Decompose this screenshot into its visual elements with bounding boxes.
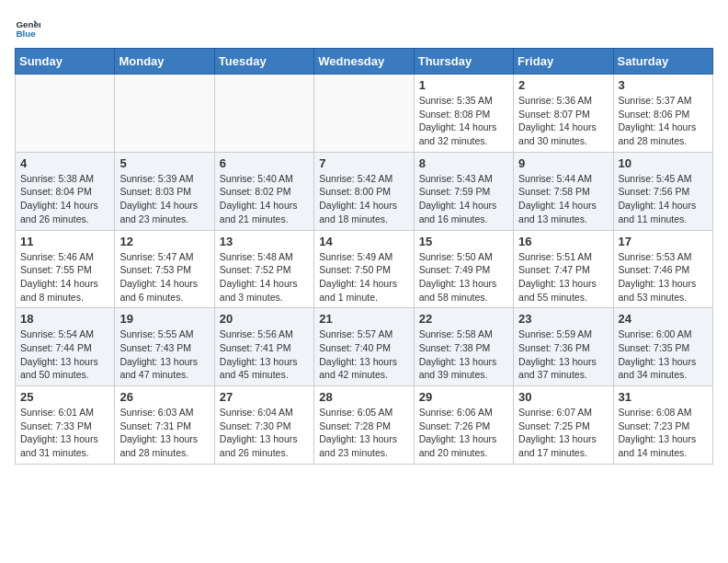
day-info: Sunrise: 6:07 AM Sunset: 7:25 PM Dayligh… bbox=[518, 406, 608, 460]
day-info: Sunrise: 5:56 AM Sunset: 7:41 PM Dayligh… bbox=[220, 327, 309, 382]
day-info: Sunrise: 5:49 AM Sunset: 7:50 PM Dayligh… bbox=[319, 250, 408, 304]
header-wednesday: Wednesday bbox=[314, 49, 414, 75]
header-saturday: Saturday bbox=[613, 49, 712, 75]
day-info: Sunrise: 5:50 AM Sunset: 7:49 PM Dayligh… bbox=[419, 250, 508, 304]
day-number: 15 bbox=[419, 235, 508, 248]
calendar-cell bbox=[16, 75, 115, 153]
day-number: 4 bbox=[20, 156, 109, 170]
week-row-2: 4Sunrise: 5:38 AM Sunset: 8:04 PM Daylig… bbox=[16, 152, 713, 230]
day-number: 25 bbox=[20, 390, 109, 404]
day-info: Sunrise: 5:42 AM Sunset: 8:00 PM Dayligh… bbox=[319, 172, 408, 226]
calendar-cell: 1Sunrise: 5:35 AM Sunset: 8:08 PM Daylig… bbox=[414, 75, 513, 153]
day-info: Sunrise: 5:51 AM Sunset: 7:47 PM Dayligh… bbox=[518, 250, 608, 304]
day-info: Sunrise: 5:44 AM Sunset: 7:58 PM Dayligh… bbox=[518, 172, 608, 226]
day-number: 31 bbox=[619, 390, 708, 404]
logo: General Blue bbox=[15, 15, 44, 40]
day-number: 8 bbox=[419, 156, 508, 170]
calendar-cell: 8Sunrise: 5:43 AM Sunset: 7:59 PM Daylig… bbox=[414, 152, 513, 230]
day-number: 9 bbox=[518, 156, 608, 170]
calendar-cell: 22Sunrise: 5:58 AM Sunset: 7:38 PM Dayli… bbox=[414, 308, 513, 386]
day-number: 13 bbox=[220, 235, 309, 248]
day-info: Sunrise: 6:01 AM Sunset: 7:33 PM Dayligh… bbox=[20, 406, 109, 460]
calendar-cell: 29Sunrise: 6:06 AM Sunset: 7:26 PM Dayli… bbox=[414, 386, 513, 465]
day-info: Sunrise: 5:58 AM Sunset: 7:38 PM Dayligh… bbox=[419, 327, 508, 382]
header-sunday: Sunday bbox=[16, 49, 115, 75]
day-info: Sunrise: 6:08 AM Sunset: 7:23 PM Dayligh… bbox=[619, 406, 708, 460]
calendar-cell: 20Sunrise: 5:56 AM Sunset: 7:41 PM Dayli… bbox=[214, 308, 313, 386]
calendar-cell: 16Sunrise: 5:51 AM Sunset: 7:47 PM Dayli… bbox=[514, 230, 613, 308]
calendar-cell: 9Sunrise: 5:44 AM Sunset: 7:58 PM Daylig… bbox=[514, 152, 613, 230]
day-number: 19 bbox=[119, 312, 209, 326]
day-number: 5 bbox=[119, 156, 209, 170]
calendar-cell: 27Sunrise: 6:04 AM Sunset: 7:30 PM Dayli… bbox=[214, 386, 313, 465]
day-number: 6 bbox=[220, 156, 309, 170]
day-info: Sunrise: 5:53 AM Sunset: 7:46 PM Dayligh… bbox=[619, 250, 708, 304]
header-thursday: Thursday bbox=[414, 49, 513, 75]
day-number: 12 bbox=[119, 235, 209, 248]
day-info: Sunrise: 6:05 AM Sunset: 7:28 PM Dayligh… bbox=[319, 406, 408, 460]
day-info: Sunrise: 5:57 AM Sunset: 7:40 PM Dayligh… bbox=[319, 327, 408, 382]
day-info: Sunrise: 5:35 AM Sunset: 8:08 PM Dayligh… bbox=[419, 94, 508, 148]
calendar-cell bbox=[115, 75, 214, 153]
logo-icon: General Blue bbox=[15, 15, 40, 40]
calendar-cell bbox=[314, 75, 414, 153]
header-friday: Friday bbox=[514, 49, 613, 75]
day-info: Sunrise: 5:37 AM Sunset: 8:06 PM Dayligh… bbox=[619, 94, 708, 148]
calendar-header-row: SundayMondayTuesdayWednesdayThursdayFrid… bbox=[16, 49, 713, 75]
day-info: Sunrise: 5:39 AM Sunset: 8:03 PM Dayligh… bbox=[119, 172, 209, 226]
calendar-table: SundayMondayTuesdayWednesdayThursdayFrid… bbox=[15, 48, 713, 465]
calendar-cell: 24Sunrise: 6:00 AM Sunset: 7:35 PM Dayli… bbox=[613, 308, 712, 386]
calendar-cell: 14Sunrise: 5:49 AM Sunset: 7:50 PM Dayli… bbox=[314, 230, 414, 308]
calendar-cell: 23Sunrise: 5:59 AM Sunset: 7:36 PM Dayli… bbox=[514, 308, 613, 386]
week-row-5: 25Sunrise: 6:01 AM Sunset: 7:33 PM Dayli… bbox=[16, 386, 713, 465]
day-info: Sunrise: 5:45 AM Sunset: 7:56 PM Dayligh… bbox=[619, 172, 708, 226]
day-number: 7 bbox=[319, 156, 408, 170]
week-row-3: 11Sunrise: 5:46 AM Sunset: 7:55 PM Dayli… bbox=[16, 230, 713, 308]
calendar-cell: 15Sunrise: 5:50 AM Sunset: 7:49 PM Dayli… bbox=[414, 230, 513, 308]
calendar-cell: 7Sunrise: 5:42 AM Sunset: 8:00 PM Daylig… bbox=[314, 152, 414, 230]
day-info: Sunrise: 5:55 AM Sunset: 7:43 PM Dayligh… bbox=[119, 327, 209, 382]
calendar-cell: 11Sunrise: 5:46 AM Sunset: 7:55 PM Dayli… bbox=[16, 230, 115, 308]
day-number: 24 bbox=[619, 312, 708, 326]
day-number: 27 bbox=[220, 390, 309, 404]
day-number: 3 bbox=[619, 78, 708, 92]
day-number: 17 bbox=[619, 235, 708, 248]
day-info: Sunrise: 5:47 AM Sunset: 7:53 PM Dayligh… bbox=[119, 250, 209, 304]
calendar-cell: 5Sunrise: 5:39 AM Sunset: 8:03 PM Daylig… bbox=[115, 152, 214, 230]
calendar-cell: 4Sunrise: 5:38 AM Sunset: 8:04 PM Daylig… bbox=[16, 152, 115, 230]
header-tuesday: Tuesday bbox=[214, 49, 313, 75]
svg-text:Blue: Blue bbox=[16, 29, 36, 39]
day-info: Sunrise: 6:04 AM Sunset: 7:30 PM Dayligh… bbox=[220, 406, 309, 460]
day-number: 26 bbox=[119, 390, 209, 404]
day-number: 1 bbox=[419, 78, 508, 92]
day-number: 20 bbox=[220, 312, 309, 326]
day-number: 18 bbox=[20, 312, 109, 326]
week-row-4: 18Sunrise: 5:54 AM Sunset: 7:44 PM Dayli… bbox=[16, 308, 713, 386]
day-number: 21 bbox=[319, 312, 408, 326]
day-number: 16 bbox=[518, 235, 608, 248]
day-number: 10 bbox=[619, 156, 708, 170]
day-info: Sunrise: 5:40 AM Sunset: 8:02 PM Dayligh… bbox=[220, 172, 309, 226]
day-info: Sunrise: 5:38 AM Sunset: 8:04 PM Dayligh… bbox=[20, 172, 109, 226]
day-number: 22 bbox=[419, 312, 508, 326]
day-number: 11 bbox=[20, 235, 109, 248]
week-row-1: 1Sunrise: 5:35 AM Sunset: 8:08 PM Daylig… bbox=[16, 75, 713, 153]
day-info: Sunrise: 5:36 AM Sunset: 8:07 PM Dayligh… bbox=[518, 94, 608, 148]
calendar-cell: 3Sunrise: 5:37 AM Sunset: 8:06 PM Daylig… bbox=[613, 75, 712, 153]
day-number: 30 bbox=[518, 390, 608, 404]
day-number: 2 bbox=[518, 78, 608, 92]
day-number: 29 bbox=[419, 390, 508, 404]
calendar-cell: 21Sunrise: 5:57 AM Sunset: 7:40 PM Dayli… bbox=[314, 308, 414, 386]
day-number: 14 bbox=[319, 235, 408, 248]
calendar-cell: 28Sunrise: 6:05 AM Sunset: 7:28 PM Dayli… bbox=[314, 386, 414, 465]
day-info: Sunrise: 5:48 AM Sunset: 7:52 PM Dayligh… bbox=[220, 250, 309, 304]
calendar-cell: 19Sunrise: 5:55 AM Sunset: 7:43 PM Dayli… bbox=[115, 308, 214, 386]
page-header: General Blue bbox=[15, 15, 713, 40]
day-info: Sunrise: 5:54 AM Sunset: 7:44 PM Dayligh… bbox=[20, 327, 109, 382]
calendar-cell: 2Sunrise: 5:36 AM Sunset: 8:07 PM Daylig… bbox=[514, 75, 613, 153]
day-info: Sunrise: 5:43 AM Sunset: 7:59 PM Dayligh… bbox=[419, 172, 508, 226]
calendar-cell: 26Sunrise: 6:03 AM Sunset: 7:31 PM Dayli… bbox=[115, 386, 214, 465]
header-monday: Monday bbox=[115, 49, 214, 75]
calendar-cell: 13Sunrise: 5:48 AM Sunset: 7:52 PM Dayli… bbox=[214, 230, 313, 308]
day-number: 23 bbox=[518, 312, 608, 326]
